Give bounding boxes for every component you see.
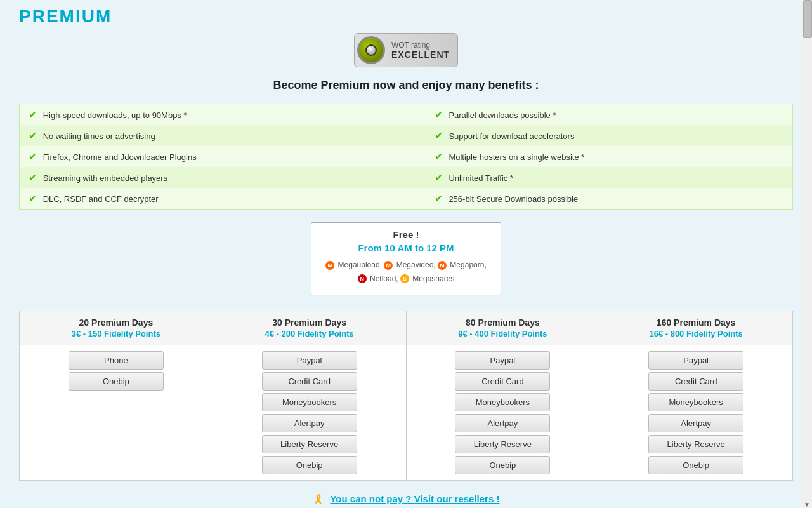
benefit-left-2: ✔ No waiting times or advertising: [20, 125, 426, 146]
btn-80-onebip[interactable]: Onebip: [455, 456, 550, 474]
benefit-left-4: ✔ Streaming with embedded players: [20, 167, 426, 188]
wot-text: WOT rating EXCELLENT: [391, 41, 450, 60]
check-icon-4b: ✔: [435, 172, 443, 183]
check-icon-4a: ✔: [29, 172, 37, 183]
check-icon-2a: ✔: [29, 130, 37, 141]
btn-160-libertyreserve[interactable]: Liberty Reserve: [648, 435, 743, 453]
benefit-right-2: ✔ Support for download accelerators: [426, 125, 793, 146]
col-30-buttons: Paypal Credit Card Moneybookers Alertpay…: [213, 345, 406, 481]
btn-30-creditcard[interactable]: Credit Card: [262, 372, 357, 391]
col-20-buttons: Phone Onebip: [20, 345, 213, 481]
pricing-header-row: 20 Premium Days 3€ - 150 Fidelity Points…: [20, 311, 793, 345]
benefit-row-1: ✔ High-speed downloads, up to 90Mbps * ✔…: [20, 104, 793, 126]
check-icon-5b: ✔: [435, 193, 443, 204]
check-icon-1a: ✔: [29, 109, 37, 120]
fidelity-160: 16€ - 800 Fidelity Points: [605, 329, 787, 338]
btn-80-paypal[interactable]: Paypal: [455, 351, 550, 370]
btn-30-alertpay[interactable]: Alertpay: [262, 414, 357, 432]
benefit-right-4: ✔ Unlimited Traffic *: [426, 167, 793, 188]
col-header-80: 80 Premium Days 9€ - 400 Fidelity Points: [406, 311, 599, 345]
benefit-left-1: ✔ High-speed downloads, up to 90Mbps *: [20, 104, 426, 126]
check-icon-3a: ✔: [29, 151, 37, 162]
btn-30-paypal[interactable]: Paypal: [262, 351, 357, 370]
wot-rating: EXCELLENT: [391, 50, 450, 60]
btn-160-moneybookers[interactable]: Moneybookers: [648, 393, 743, 411]
btn-160-onebip[interactable]: Onebip: [648, 456, 743, 474]
wot-badge: WOT rating EXCELLENT: [19, 33, 793, 67]
benefit-left-3: ✔ Firefox, Chrome and Jdownloader Plugin…: [20, 146, 426, 167]
col-header-20: 20 Premium Days 3€ - 150 Fidelity Points: [20, 311, 213, 345]
fidelity-20: 3€ - 150 Fidelity Points: [25, 329, 207, 338]
btn-20-onebip[interactable]: Onebip: [69, 372, 164, 391]
btn-160-paypal[interactable]: Paypal: [648, 351, 743, 370]
btn-30-moneybookers[interactable]: Moneybookers: [262, 393, 357, 411]
col-80-buttons: Paypal Credit Card Moneybookers Alertpay…: [406, 345, 599, 481]
megaporn-icon: M: [438, 261, 447, 270]
resellers-anchor[interactable]: You can not pay ? Visit our resellers !: [330, 493, 499, 504]
check-icon-1b: ✔: [435, 109, 443, 120]
free-title: Free !: [322, 229, 490, 240]
btn-80-alertpay[interactable]: Alertpay: [455, 414, 550, 432]
scrollbar-thumb[interactable]: [803, 0, 812, 38]
col-160-buttons: Paypal Credit Card Moneybookers Alertpay…: [599, 345, 793, 481]
megavideo-icon: M: [384, 261, 393, 270]
benefit-row-4: ✔ Streaming with embedded players ✔ Unli…: [20, 167, 793, 188]
premium-title: PREMIUM: [19, 6, 793, 27]
check-icon-5a: ✔: [29, 193, 37, 204]
wot-inner: WOT rating EXCELLENT: [354, 33, 458, 67]
btn-80-libertyreserve[interactable]: Liberty Reserve: [455, 435, 550, 453]
netload-icon: N: [358, 274, 367, 283]
benefit-row-2: ✔ No waiting times or advertising ✔ Supp…: [20, 125, 793, 146]
pricing-buttons-row: Phone Onebip Paypal Credit Card Moneyboo…: [20, 345, 793, 481]
scrollbar[interactable]: ▲ ▼: [802, 0, 812, 508]
free-time: From 10 AM to 12 PM: [322, 243, 490, 253]
btn-80-moneybookers[interactable]: Moneybookers: [455, 393, 550, 411]
resellers-link[interactable]: 🎗 You can not pay ? Visit our resellers …: [19, 493, 793, 507]
btn-160-creditcard[interactable]: Credit Card: [648, 372, 743, 391]
page-wrapper: PREMIUM WOT rating EXCELLENT Become Prem…: [6, 0, 806, 508]
wot-circle-inner: [365, 44, 377, 56]
scrollbar-arrow-down[interactable]: ▼: [802, 501, 811, 508]
btn-20-phone[interactable]: Phone: [69, 351, 164, 370]
benefit-row-5: ✔ DLC, RSDF and CCF decrypter ✔ 256-bit …: [20, 188, 793, 210]
btn-30-libertyreserve[interactable]: Liberty Reserve: [262, 435, 357, 453]
fidelity-30: 4€ - 200 Fidelity Points: [218, 329, 401, 338]
benefit-right-3: ✔ Multiple hosters on a single website *: [426, 146, 793, 167]
col-header-30: 30 Premium Days 4€ - 200 Fidelity Points: [213, 311, 406, 345]
megashares-icon: S: [400, 274, 409, 283]
benefit-right-1: ✔ Parallel downloads possible *: [426, 104, 793, 126]
pricing-table: 20 Premium Days 3€ - 150 Fidelity Points…: [19, 311, 793, 481]
become-premium-heading: Become Premium now and enjoy many benefi…: [19, 79, 793, 92]
btn-80-creditcard[interactable]: Credit Card: [455, 372, 550, 391]
col-header-160: 160 Premium Days 16€ - 800 Fidelity Poin…: [599, 311, 793, 345]
benefit-row-3: ✔ Firefox, Chrome and Jdownloader Plugin…: [20, 146, 793, 167]
megaupload-icon: M: [325, 261, 334, 270]
btn-30-onebip[interactable]: Onebip: [262, 456, 357, 474]
wot-circle: [357, 36, 385, 64]
ribbon-icon: 🎗: [313, 493, 324, 507]
benefit-right-5: ✔ 256-bit Secure Downloads possible: [426, 188, 793, 210]
wot-label: WOT rating: [391, 41, 430, 50]
benefit-left-5: ✔ DLC, RSDF and CCF decrypter: [20, 188, 426, 210]
benefits-table: ✔ High-speed downloads, up to 90Mbps * ✔…: [19, 104, 793, 210]
fidelity-80: 9€ - 400 Fidelity Points: [412, 329, 594, 338]
free-box: Free ! From 10 AM to 12 PM M Megaupload,…: [311, 222, 501, 295]
btn-160-alertpay[interactable]: Alertpay: [648, 414, 743, 432]
check-icon-2b: ✔: [435, 130, 443, 141]
check-icon-3b: ✔: [435, 151, 443, 162]
free-services: M Megaupload, M Megavideo, M Megaporn, N…: [322, 258, 490, 286]
